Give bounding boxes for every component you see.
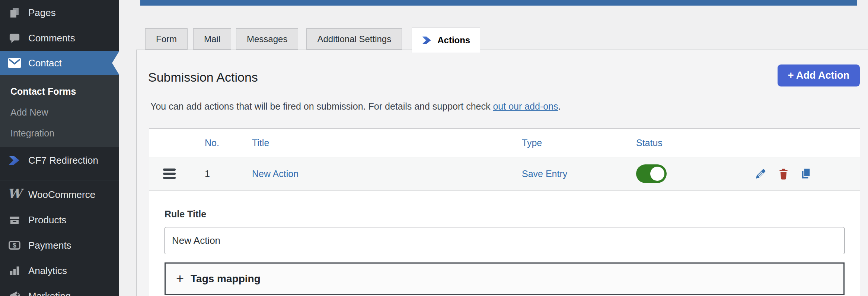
sidebar-divider: [0, 173, 119, 180]
row-actions: [754, 168, 860, 180]
sidebar-item-pages[interactable]: Pages: [0, 0, 119, 25]
marketing-icon: [8, 290, 21, 296]
submenu-item-add-new[interactable]: Add New: [0, 102, 119, 123]
sidebar-item-marketing[interactable]: Marketing: [0, 283, 119, 296]
sidebar-item-products[interactable]: Products: [0, 207, 119, 233]
tab-label: Actions: [437, 35, 470, 45]
products-icon: [8, 214, 21, 226]
tab-mail[interactable]: Mail: [193, 28, 231, 50]
tab-messages[interactable]: Messages: [236, 28, 298, 50]
column-header-status: Status: [636, 138, 729, 148]
row-number: 1: [205, 169, 252, 179]
submenu-label: Integration: [10, 128, 54, 139]
pages-icon: [8, 6, 21, 19]
tab-actions[interactable]: Actions: [412, 28, 480, 53]
comments-icon: [8, 32, 21, 44]
tab-label: Mail: [204, 34, 220, 44]
table-header-row: No. Title Type Status: [149, 129, 860, 157]
tab-label: Additional Settings: [317, 34, 391, 44]
email-icon: [8, 57, 21, 69]
toggle-knob: [650, 167, 664, 181]
duplicate-copy-icon[interactable]: [800, 168, 812, 180]
rule-title-label: Rule Title: [165, 208, 845, 220]
main-content: Form Mail Messages Additional Settings A…: [119, 0, 868, 296]
sidebar-item-label: Payments: [28, 240, 71, 251]
add-action-button[interactable]: + Add Action: [778, 64, 860, 86]
description-period: .: [558, 101, 561, 111]
column-header-type: Type: [522, 138, 636, 148]
submenu-item-integration[interactable]: Integration: [0, 123, 119, 144]
sidebar-item-contact[interactable]: Contact: [0, 51, 119, 75]
sidebar-item-payments[interactable]: $ Payments: [0, 233, 119, 258]
edit-pencil-icon[interactable]: [754, 168, 767, 180]
sidebar-item-comments[interactable]: Comments: [0, 25, 119, 51]
sidebar-item-cf7-redirection[interactable]: CF7 Redirection: [0, 147, 119, 173]
tags-mapping-toggle[interactable]: + Tags mapping: [165, 262, 845, 295]
tab-label: Form: [156, 34, 177, 44]
sidebar-item-label: Marketing: [28, 290, 71, 296]
sidebar-item-label: Products: [28, 214, 67, 226]
analytics-icon: [8, 264, 21, 277]
submenu-label: Contact Forms: [10, 86, 76, 97]
sidebar-item-label: WooCommerce: [28, 189, 95, 201]
payments-icon: $: [8, 239, 21, 252]
sidebar-item-label: Comments: [28, 32, 75, 44]
column-header-no: No.: [205, 138, 252, 148]
sidebar-item-analytics[interactable]: Analytics: [0, 258, 119, 283]
row-title-link[interactable]: New Action: [252, 169, 299, 179]
rule-title-input[interactable]: [165, 227, 845, 254]
actions-table: No. Title Type Status 1 New Action Save …: [149, 128, 860, 296]
row-type-link[interactable]: Save Entry: [522, 169, 567, 179]
sidebar-item-label: Analytics: [28, 265, 67, 277]
sidebar-item-label: Contact: [28, 57, 62, 69]
sidebar-item-label: CF7 Redirection: [28, 155, 98, 166]
woocommerce-icon: W: [8, 188, 21, 201]
status-toggle[interactable]: [636, 164, 667, 183]
submenu-item-contact-forms[interactable]: Contact Forms: [0, 81, 119, 102]
table-row: 1 New Action Save Entry: [149, 157, 860, 190]
editor-tabs: Form Mail Messages Additional Settings A…: [145, 28, 480, 53]
drag-handle-icon[interactable]: [163, 169, 176, 179]
svg-text:$: $: [13, 242, 16, 249]
admin-sidebar: Pages Comments Contact Contact Forms Add…: [0, 0, 119, 296]
panel-description: You can add actions that will be fired o…: [150, 101, 561, 112]
actions-panel: Submission Actions + Add Action You can …: [136, 50, 868, 296]
cf7-chevron-icon: [422, 35, 432, 45]
tags-mapping-label: Tags mapping: [191, 273, 261, 285]
tab-form[interactable]: Form: [145, 28, 188, 50]
description-text: You can add actions that will be fired o…: [150, 101, 493, 111]
delete-trash-icon[interactable]: [778, 168, 789, 180]
contact-submenu: Contact Forms Add New Integration: [0, 75, 119, 147]
sidebar-item-woocommerce[interactable]: W WooCommerce: [0, 182, 119, 207]
column-header-title: Title: [252, 138, 522, 148]
cf7-chevron-icon: [8, 154, 21, 167]
action-details: Rule Title + Tags mapping: [149, 190, 860, 296]
page-title: Submission Actions: [148, 70, 258, 85]
plus-icon: +: [176, 272, 184, 286]
add-ons-link[interactable]: out our add-ons: [493, 101, 558, 111]
sidebar-item-label: Pages: [28, 7, 56, 19]
tab-additional-settings[interactable]: Additional Settings: [306, 28, 402, 50]
tab-label: Messages: [247, 34, 287, 44]
editor-top-bar: [140, 0, 857, 6]
submenu-label: Add New: [10, 107, 48, 118]
